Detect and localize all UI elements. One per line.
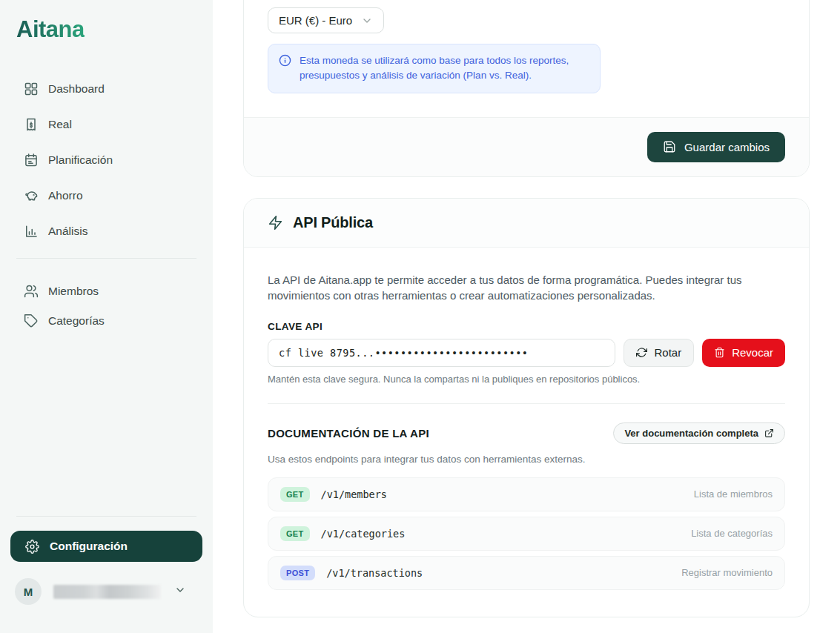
- currency-select[interactable]: EUR (€) - Euro: [268, 7, 384, 33]
- api-card-title: API Pública: [293, 214, 373, 231]
- api-key-input[interactable]: [268, 339, 615, 367]
- external-link-icon: [764, 428, 774, 438]
- section-divider: [268, 403, 785, 404]
- endpoint-description: Lista de miembros: [694, 488, 773, 500]
- view-docs-button[interactable]: Ver documentación completa: [613, 422, 785, 444]
- user-name-redacted: [53, 585, 161, 599]
- users-icon: [24, 284, 39, 299]
- endpoint-row: GET /v1/members Lista de miembros: [268, 477, 785, 511]
- receipt-icon: [24, 117, 39, 132]
- avatar: M: [15, 578, 42, 605]
- docs-help-text: Usa estos endpoints para integrar tus da…: [268, 454, 785, 465]
- sidebar-item-real[interactable]: Real: [10, 108, 202, 141]
- save-icon: [663, 140, 676, 153]
- endpoint-path: /v1/categories: [321, 528, 406, 540]
- api-intro-text: La API de Aitana.app te permite acceder …: [268, 272, 785, 303]
- revoke-button-label: Revocar: [732, 346, 773, 359]
- endpoints-list: GET /v1/members Lista de miembros GET /v…: [268, 477, 785, 590]
- primary-nav: Dashboard Real Planificación Ahorro Anál…: [0, 73, 213, 251]
- api-publica-card: API Pública La API de Aitana.app te perm…: [243, 198, 810, 617]
- currency-card-footer: Guardar cambios: [244, 117, 809, 176]
- sidebar-item-label: Categorías: [48, 314, 105, 328]
- chevron-down-icon: [361, 15, 373, 27]
- secondary-nav: Miembros Categorías: [0, 278, 213, 337]
- http-method-badge: POST: [280, 566, 315, 580]
- currency-info-box: Esta moneda se utilizará como base para …: [268, 44, 601, 93]
- sidebar-item-planificacion[interactable]: Planificación: [10, 144, 202, 176]
- dashboard-icon: [24, 82, 39, 96]
- sidebar-item-label: Real: [48, 118, 72, 131]
- configuracion-label: Configuración: [50, 540, 128, 553]
- save-button[interactable]: Guardar cambios: [647, 132, 785, 162]
- main-content: EUR (€) - Euro Esta moneda se utilizará …: [243, 0, 810, 633]
- zap-icon: [268, 215, 283, 231]
- sidebar-item-label: Miembros: [48, 285, 99, 298]
- sidebar-item-label: Planificación: [48, 153, 113, 167]
- configuracion-button[interactable]: Configuración: [10, 531, 202, 562]
- app-logo: Aitana: [16, 16, 85, 43]
- endpoint-description: Registrar movimiento: [681, 567, 773, 578]
- piggy-bank-icon: [24, 188, 39, 203]
- api-key-row: Rotar Revocar: [268, 339, 785, 367]
- sidebar: Aitana Dashboard Real Planificación Ahor…: [0, 0, 213, 633]
- endpoint-path: /v1/transactions: [326, 567, 423, 579]
- rotate-key-button[interactable]: Rotar: [624, 339, 694, 367]
- sidebar-item-label: Análisis: [48, 225, 87, 238]
- sidebar-divider: [16, 516, 196, 517]
- endpoint-description: Lista de categorías: [691, 528, 773, 539]
- http-method-badge: GET: [280, 487, 310, 502]
- sidebar-divider: [16, 258, 196, 259]
- chevron-down-icon: [174, 584, 186, 599]
- user-menu[interactable]: M: [15, 578, 202, 605]
- sidebar-item-categorias[interactable]: Categorías: [10, 308, 202, 334]
- currency-select-value: EUR (€) - Euro: [279, 14, 352, 27]
- sidebar-item-label: Dashboard: [48, 82, 105, 96]
- api-card-header: API Pública: [244, 199, 809, 248]
- view-docs-label: Ver documentación completa: [624, 428, 758, 439]
- api-key-help-text: Mantén esta clave segura. Nunca la compa…: [268, 374, 785, 385]
- sidebar-item-dashboard[interactable]: Dashboard: [10, 73, 202, 105]
- info-icon: [279, 53, 291, 84]
- http-method-badge: GET: [280, 526, 310, 541]
- refresh-icon: [636, 347, 647, 358]
- docs-section-label: DOCUMENTACIÓN DE LA API: [268, 427, 429, 440]
- sidebar-item-ahorro[interactable]: Ahorro: [10, 179, 202, 212]
- currency-settings-card: EUR (€) - Euro Esta moneda se utilizará …: [243, 0, 810, 177]
- tag-icon: [24, 314, 39, 328]
- bar-chart-icon: [24, 224, 39, 239]
- revoke-key-button[interactable]: Revocar: [702, 339, 785, 367]
- api-key-label: CLAVE API: [268, 321, 785, 332]
- sidebar-bottom: Configuración M: [0, 516, 213, 633]
- endpoint-row: GET /v1/categories Lista de categorías: [268, 517, 785, 551]
- docs-header-row: DOCUMENTACIÓN DE LA API Ver documentació…: [268, 422, 785, 444]
- sidebar-item-label: Ahorro: [48, 189, 83, 202]
- gear-icon: [25, 540, 39, 554]
- currency-info-text: Esta moneda se utilizará como base para …: [300, 53, 589, 84]
- sidebar-item-analisis[interactable]: Análisis: [10, 215, 202, 248]
- sidebar-item-miembros[interactable]: Miembros: [10, 278, 202, 305]
- calendar-icon: [24, 153, 39, 168]
- endpoint-path: /v1/members: [321, 488, 387, 500]
- endpoint-row: POST /v1/transactions Registrar movimien…: [268, 556, 785, 590]
- rotate-button-label: Rotar: [654, 346, 681, 359]
- trash-icon: [714, 347, 725, 358]
- save-button-label: Guardar cambios: [684, 141, 770, 153]
